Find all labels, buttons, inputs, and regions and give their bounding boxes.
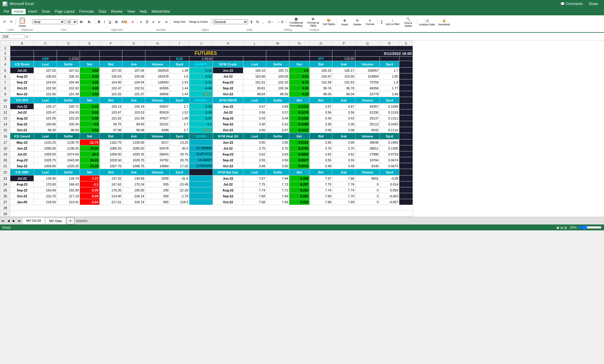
r21-heat-last[interactable]: 3.48 (243, 163, 266, 169)
r25-natgas-net[interactable]: 0.294 (289, 187, 309, 193)
r5-brt-wti[interactable]: -3.56 (189, 68, 213, 73)
r7-nym-month[interactable]: Aug-22 (213, 79, 243, 85)
r5-nym-settle[interactable]: 105.71 (266, 68, 289, 73)
r6-nym-settle[interactable]: 104.03 (266, 73, 289, 79)
r9-nym-month[interactable]: Oct-22 (213, 91, 243, 97)
r13-rbob-net[interactable]: 0.1182 (289, 115, 309, 121)
r5-sprd[interactable]: 1.39 (170, 68, 189, 73)
r11-rbob-net[interactable]: 0.1312 (289, 104, 309, 109)
r11-ask[interactable]: 105.19 (122, 104, 145, 109)
r14-rbob-month[interactable]: Sep-22 (213, 121, 243, 127)
r24-bid[interactable]: 167.62 (99, 181, 122, 187)
menu-page-layout[interactable]: Page Layout (52, 9, 77, 14)
row-12[interactable]: 12 Jul-22 103.47 104.03 5.02 103.47 103.… (0, 109, 413, 115)
r13-rbob-vol[interactable]: 26137 (355, 115, 380, 121)
r5-nym-vol[interactable]: 339057 (355, 68, 380, 73)
r26-last[interactable]: 215.75 (34, 193, 57, 199)
r15-b[interactable]: Oct-22 (10, 127, 34, 133)
r19-heat-settle[interactable]: 3.63 (266, 151, 289, 157)
r14-b[interactable]: Sep-22 (10, 121, 34, 127)
r27-last[interactable]: 218.50 (34, 199, 57, 205)
r11-vol[interactable]: 55837 (145, 104, 170, 109)
r17-heat-sprd[interactable]: 0.1955 (380, 140, 399, 145)
row-26[interactable]: 26 Oct-22 215.75 217.19 -9.09 214.40 226… (0, 193, 413, 199)
share-button[interactable]: Share (585, 1, 602, 7)
r7-vol[interactable]: 128493 (145, 79, 170, 85)
r13-wti-brt[interactable]: -3.97 (189, 115, 213, 121)
r12-wti-brt[interactable]: -3.68 (189, 109, 213, 115)
r27-net[interactable]: -5.84 (80, 199, 99, 205)
r17-settle[interactable]: 1138.75 (57, 140, 80, 145)
r5-bid[interactable]: 107.02 (99, 68, 122, 73)
r26-natgas-sprd[interactable]: -0.003 (380, 193, 399, 199)
r19-heat-net[interactable]: 0.0899 (289, 151, 309, 157)
r27-sprd[interactable]: 218.5 (170, 199, 189, 205)
r18-heat-vol[interactable]: 38911 (355, 145, 380, 151)
r20-ask[interactable]: 1029.75 (122, 157, 145, 163)
r17-heat-month[interactable]: Jun-22 (213, 140, 243, 145)
find-select-button[interactable]: 🔍 (405, 17, 412, 22)
r11-bid[interactable]: 105.13 (99, 104, 122, 109)
r6-settle[interactable]: 106.10 (57, 73, 80, 79)
r7-ask[interactable]: 104.04 (122, 79, 145, 85)
r21-bid[interactable]: 1007.75 (99, 163, 122, 169)
col-e[interactable]: E (80, 41, 99, 46)
wrap-text-button[interactable]: Wrap Text (172, 20, 187, 24)
bold-button[interactable]: B (96, 19, 102, 24)
r21-last[interactable]: 1009.00 (34, 163, 57, 169)
r7-nym-settle[interactable]: 102.20 (266, 79, 289, 85)
r20-heat-settle[interactable]: 3.56 (266, 157, 289, 163)
r11-rbob-vol[interactable]: 46357 (355, 104, 380, 109)
r27-ask[interactable]: 226.14 (122, 199, 145, 205)
r13-rbob-last[interactable]: 3.43 (243, 115, 266, 121)
r21-heat-settle[interactable]: 3.50 (266, 163, 289, 169)
r9-nym-net[interactable]: 4.28 (289, 91, 309, 97)
r14-rbob-sprd[interactable]: 0.2425 (380, 121, 399, 127)
row-21[interactable]: 21 Sep-22 1009.00 1020.25 25.25 1007.75 … (0, 163, 413, 169)
r24-vol[interactable]: 935 (145, 181, 170, 187)
r8-brt-wti[interactable]: -4.46 (189, 85, 213, 91)
r7-b[interactable]: Sep-22 (10, 79, 34, 85)
r11-rbob-sprd[interactable]: 0.1099 (380, 104, 399, 109)
horizontal-scrollbar[interactable] (75, 219, 604, 223)
r13-vol[interactable]: 47627 (145, 115, 170, 121)
r15-rbob-ask[interactable]: 3.06 (332, 127, 355, 133)
r21-net[interactable]: 25.25 (80, 163, 99, 169)
r6-nym-bid[interactable]: 103.47 (309, 73, 332, 79)
menu-draw[interactable]: Draw (39, 9, 52, 14)
underline-button[interactable]: U (107, 19, 113, 24)
r21-heat-bid[interactable]: 3.48 (309, 163, 332, 169)
r19-go-ho[interactable]: 15.6774713 (189, 151, 213, 157)
r24-natgas-month[interactable]: Jul-22 (213, 181, 243, 187)
sheet-tab-mv-data[interactable]: MV Data (45, 218, 66, 224)
r8-settle[interactable]: 102.92 (57, 85, 80, 91)
r19-bid[interactable]: 1058.00 (99, 151, 122, 157)
merge-center-button[interactable]: Merge & Center (188, 20, 210, 24)
r20-net[interactable]: 26.25 (80, 157, 99, 163)
r15-settle[interactable]: 98.59 (57, 127, 80, 133)
r14-sprd[interactable]: 3.7 (170, 121, 189, 127)
r25-natgas-last[interactable]: 7.74 (243, 187, 266, 193)
r12-rbob-vol[interactable]: 52330 (355, 109, 380, 115)
scrollbar-thumb[interactable] (76, 220, 88, 222)
r21-heat-vol[interactable]: 9335 (355, 163, 380, 169)
r25-natgas-month[interactable]: Aug-22 (213, 187, 243, 193)
percent-button[interactable]: % (255, 19, 260, 24)
r18-go-ho[interactable]: 19.7999995 (189, 145, 213, 151)
r11-rbob-ask[interactable]: 3.67 (332, 104, 355, 109)
r6-b[interactable]: Aug-22 (10, 73, 34, 79)
format-as-table-button[interactable]: ⊞ (305, 17, 321, 22)
r13-rbob-sprd[interactable]: 0.1311 (380, 115, 399, 121)
r17-sprd[interactable]: 13.25 (170, 140, 189, 145)
r7-settle[interactable]: 104.46 (57, 79, 80, 85)
r5-ask[interactable]: 107.04 (122, 68, 145, 73)
comments-button[interactable]: 💬 Comments (560, 2, 583, 6)
r6-nym-vol[interactable]: 154859 (355, 73, 380, 79)
r18-b[interactable]: Jun-22 (10, 145, 34, 151)
r14-wti-brt[interactable]: -4.2 (189, 121, 213, 127)
r8-nym-ask[interactable]: 99.78 (332, 85, 355, 91)
r20-heat-sprd[interactable]: 0.0674 (380, 157, 399, 163)
col-m[interactable]: M (266, 41, 289, 46)
r24-b[interactable]: Aug-22 (10, 181, 34, 187)
r19-vol[interactable]: 56843 (145, 151, 170, 157)
